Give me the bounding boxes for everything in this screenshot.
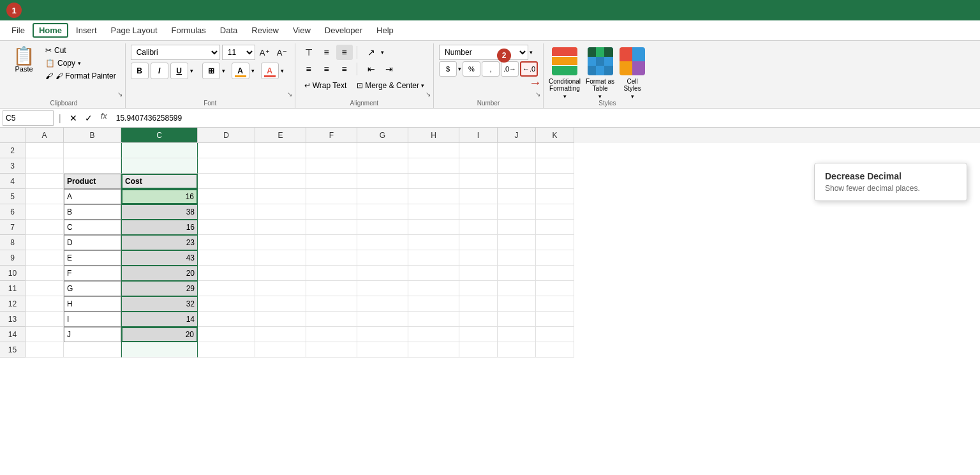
- cell-b8[interactable]: D: [64, 235, 121, 250]
- align-bottom-button[interactable]: ≡: [336, 45, 353, 60]
- align-center-button[interactable]: ≡: [318, 61, 335, 77]
- cell-styles-button[interactable]: CellStyles ▾: [620, 47, 645, 100]
- cell-a12[interactable]: [26, 296, 64, 312]
- cell-d8[interactable]: [198, 235, 255, 250]
- cell-g12[interactable]: [357, 296, 408, 312]
- cell-d10[interactable]: [198, 266, 255, 281]
- cell-d13[interactable]: [198, 312, 255, 327]
- cell-i5[interactable]: [459, 189, 498, 204]
- cell-d6[interactable]: [198, 204, 255, 220]
- cell-j6[interactable]: [498, 204, 536, 220]
- cell-h10[interactable]: [408, 266, 459, 281]
- cell-i15[interactable]: [459, 342, 498, 358]
- cell-h9[interactable]: [408, 250, 459, 266]
- increase-indent-button[interactable]: ⇥: [381, 61, 397, 77]
- cell-e7[interactable]: [255, 220, 306, 235]
- cell-reference-input[interactable]: C5: [3, 110, 54, 126]
- cell-k9[interactable]: [536, 250, 574, 266]
- cell-b14[interactable]: J: [64, 327, 121, 342]
- row-header-10[interactable]: 10: [0, 266, 26, 281]
- cell-h7[interactable]: [408, 220, 459, 235]
- cell-j10[interactable]: [498, 266, 536, 281]
- increase-decimal-button[interactable]: .0→: [501, 61, 519, 77]
- menu-insert[interactable]: Insert: [70, 23, 103, 38]
- align-middle-button[interactable]: ≡: [318, 45, 335, 60]
- align-top-button[interactable]: ⊤: [301, 45, 317, 60]
- row-header-5[interactable]: 5: [0, 189, 26, 204]
- row-header-4[interactable]: 4: [0, 174, 26, 189]
- underline-dropdown[interactable]: ▾: [190, 68, 193, 74]
- cell-f9[interactable]: [306, 250, 357, 266]
- cell-h5[interactable]: [408, 189, 459, 204]
- cell-i12[interactable]: [459, 296, 498, 312]
- cell-d7[interactable]: [198, 220, 255, 235]
- cell-c9[interactable]: 43: [121, 250, 198, 266]
- row-header-14[interactable]: 14: [0, 327, 26, 342]
- cell-g8[interactable]: [357, 235, 408, 250]
- cell-h13[interactable]: [408, 312, 459, 327]
- cell-j9[interactable]: [498, 250, 536, 266]
- col-header-i[interactable]: I: [459, 128, 498, 143]
- row-header-9[interactable]: 9: [0, 250, 26, 266]
- cell-j12[interactable]: [498, 296, 536, 312]
- copy-button[interactable]: 📋 Copy ▾: [41, 57, 120, 69]
- cell-i7[interactable]: [459, 220, 498, 235]
- col-header-f[interactable]: F: [306, 128, 357, 143]
- row-header-6[interactable]: 6: [0, 204, 26, 220]
- col-header-e[interactable]: E: [255, 128, 306, 143]
- bold-button[interactable]: B: [131, 63, 149, 79]
- cell-j15[interactable]: [498, 342, 536, 358]
- paste-button[interactable]: 📋 Paste: [8, 45, 40, 75]
- cell-j13[interactable]: [498, 312, 536, 327]
- cell-h15[interactable]: [408, 342, 459, 358]
- number-expand-icon[interactable]: ↘: [535, 91, 540, 98]
- cell-d14[interactable]: [198, 327, 255, 342]
- cell-a7[interactable]: [26, 220, 64, 235]
- cell-e12[interactable]: [255, 296, 306, 312]
- cell-j8[interactable]: [498, 235, 536, 250]
- cell-k12[interactable]: [536, 296, 574, 312]
- borders-dropdown[interactable]: ▾: [222, 68, 225, 74]
- cell-g13[interactable]: [357, 312, 408, 327]
- align-left-button[interactable]: ≡: [301, 61, 317, 77]
- cell-e15[interactable]: [255, 342, 306, 358]
- cell-d3[interactable]: [198, 158, 255, 174]
- cell-k11[interactable]: [536, 281, 574, 296]
- cell-b5[interactable]: A: [64, 189, 121, 204]
- cell-g5[interactable]: [357, 189, 408, 204]
- cell-g2[interactable]: [357, 143, 408, 158]
- menu-formulas[interactable]: Formulas: [165, 23, 212, 38]
- cell-h3[interactable]: [408, 158, 459, 174]
- cell-k14[interactable]: [536, 327, 574, 342]
- cell-e14[interactable]: [255, 327, 306, 342]
- format-as-table-button[interactable]: Format asTable ▾: [586, 47, 614, 100]
- cell-j11[interactable]: [498, 281, 536, 296]
- conditional-formatting-dropdown[interactable]: ▾: [563, 93, 567, 100]
- cell-h4[interactable]: [408, 174, 459, 189]
- decrease-indent-button[interactable]: ⇤: [363, 61, 380, 77]
- col-header-d[interactable]: D: [198, 128, 255, 143]
- cell-c10[interactable]: 20: [121, 266, 198, 281]
- cell-k2[interactable]: [536, 143, 574, 158]
- cell-g4[interactable]: [357, 174, 408, 189]
- underline-button[interactable]: U: [170, 63, 188, 79]
- cell-f4[interactable]: [306, 174, 357, 189]
- cell-k7[interactable]: [536, 220, 574, 235]
- cell-f10[interactable]: [306, 266, 357, 281]
- cell-b15[interactable]: [64, 342, 121, 358]
- cell-a5[interactable]: [26, 189, 64, 204]
- row-header-8[interactable]: 8: [0, 235, 26, 250]
- cell-d9[interactable]: [198, 250, 255, 266]
- cell-h2[interactable]: [408, 143, 459, 158]
- cell-e2[interactable]: [255, 143, 306, 158]
- col-header-b[interactable]: B: [64, 128, 121, 143]
- cell-e11[interactable]: [255, 281, 306, 296]
- cell-a9[interactable]: [26, 250, 64, 266]
- formula-input[interactable]: [114, 110, 977, 126]
- cell-k5[interactable]: [536, 189, 574, 204]
- cell-d11[interactable]: [198, 281, 255, 296]
- cell-a8[interactable]: [26, 235, 64, 250]
- row-header-2[interactable]: 2: [0, 143, 26, 158]
- cell-j2[interactable]: [498, 143, 536, 158]
- cell-g11[interactable]: [357, 281, 408, 296]
